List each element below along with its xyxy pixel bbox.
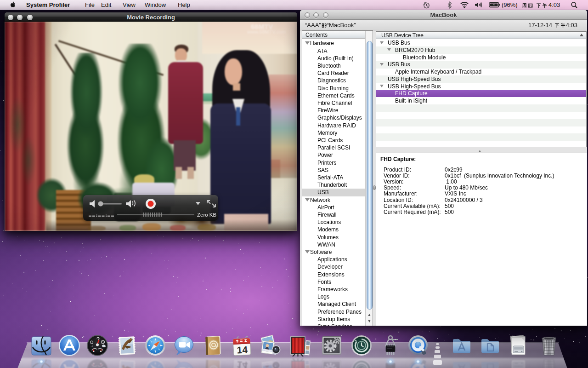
- svg-text:14: 14: [237, 344, 248, 355]
- svg-text:14: 14: [237, 359, 248, 368]
- svg-text:Zero KB: Zero KB: [197, 212, 217, 218]
